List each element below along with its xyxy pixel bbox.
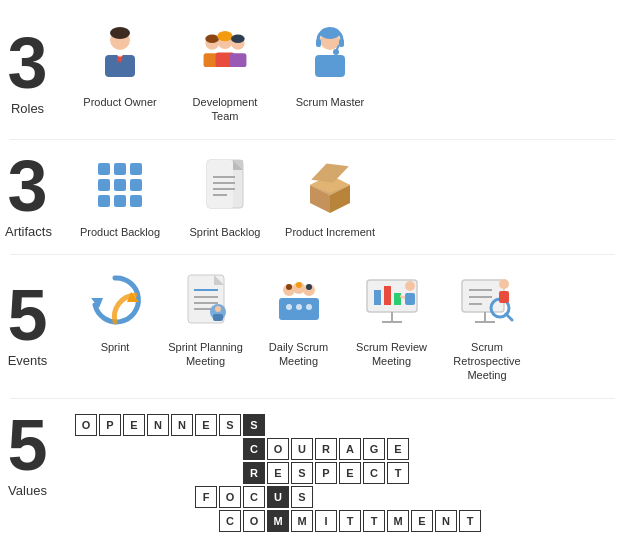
roles-label: Roles xyxy=(5,101,50,116)
svg-point-71 xyxy=(405,281,415,291)
events-content: Sprint xyxy=(55,265,625,383)
cw-cell: R xyxy=(315,438,337,460)
page: 3 Roles xyxy=(0,0,625,552)
product-backlog-icon xyxy=(85,150,155,220)
svg-rect-24 xyxy=(130,163,142,175)
roles-section: 3 Roles xyxy=(0,10,625,134)
roles-number: 3 xyxy=(5,27,50,99)
svg-rect-18 xyxy=(339,39,344,47)
svg-point-53 xyxy=(215,306,221,312)
svg-rect-27 xyxy=(130,179,142,191)
scrum-retro-icon xyxy=(452,265,522,335)
cw-spacer xyxy=(195,438,217,460)
crossword-grid: O P E N N E S S xyxy=(75,414,625,532)
svg-rect-22 xyxy=(98,163,110,175)
cw-cell: G xyxy=(363,438,385,460)
crossword-content: O P E N N E S S xyxy=(55,409,625,532)
cw-cell: U xyxy=(291,438,313,460)
cw-spacer xyxy=(171,462,193,484)
cw-cell-highlight: R xyxy=(243,462,265,484)
cw-cell: A xyxy=(339,438,361,460)
cw-cell: C xyxy=(363,462,385,484)
svg-rect-83 xyxy=(499,291,509,303)
sprint-planning-icon xyxy=(171,265,241,335)
svg-rect-21 xyxy=(315,55,345,77)
svg-rect-23 xyxy=(114,163,126,175)
cw-row-openness: O P E N N E S S xyxy=(75,414,625,436)
cw-cell: S xyxy=(291,462,313,484)
events-label-group: 5 Events xyxy=(0,279,55,368)
values-label: Values xyxy=(5,483,50,498)
artifacts-label-group: 3 Artifacts xyxy=(0,150,55,239)
cw-spacer xyxy=(123,438,145,460)
cw-cell: T xyxy=(339,510,361,532)
artifacts-number: 3 xyxy=(5,150,50,222)
svg-rect-72 xyxy=(405,293,415,305)
roles-content: Product Owner xyxy=(55,20,625,124)
cw-spacer xyxy=(171,510,193,532)
cw-cell: S xyxy=(219,414,241,436)
cw-cell: I xyxy=(315,510,337,532)
scrum-review-label: Scrum Review Meeting xyxy=(349,340,434,369)
cw-cell: N xyxy=(147,414,169,436)
cw-spacer xyxy=(99,486,121,508)
cw-cell-highlight: S xyxy=(243,414,265,436)
cw-spacer xyxy=(219,438,241,460)
cw-spacer xyxy=(147,438,169,460)
svg-point-13 xyxy=(217,31,232,41)
svg-rect-11 xyxy=(229,53,246,67)
cw-cell: O xyxy=(75,414,97,436)
cw-row-focus: F O C U S xyxy=(75,486,625,508)
svg-point-61 xyxy=(306,284,312,290)
cw-spacer xyxy=(123,486,145,508)
cw-cell: M xyxy=(291,510,313,532)
item-product-owner: Product Owner xyxy=(75,20,165,109)
cw-spacer xyxy=(123,510,145,532)
daily-scrum-label: Daily Scrum Meeting xyxy=(256,340,341,369)
item-daily-scrum: Daily Scrum Meeting xyxy=(256,265,341,369)
values-label-group: 5 Values xyxy=(0,409,55,498)
svg-rect-28 xyxy=(98,195,110,207)
scrum-retro-label: Scrum Retrospective Meeting xyxy=(442,340,532,383)
sprint-label: Sprint xyxy=(101,340,130,354)
scrum-review-icon xyxy=(357,265,427,335)
cw-cell: N xyxy=(435,510,457,532)
item-scrum-master: Scrum Master xyxy=(285,20,375,109)
cw-spacer xyxy=(171,438,193,460)
cw-spacer xyxy=(147,510,169,532)
item-sprint: Sprint xyxy=(75,265,155,354)
cw-cell: E xyxy=(123,414,145,436)
sprint-icon xyxy=(80,265,150,335)
daily-scrum-icon xyxy=(264,265,334,335)
cw-spacer xyxy=(195,462,217,484)
svg-point-1 xyxy=(110,27,130,39)
svg-line-81 xyxy=(506,314,512,320)
cw-cell: S xyxy=(291,486,313,508)
svg-rect-30 xyxy=(130,195,142,207)
cw-cell: M xyxy=(387,510,409,532)
item-product-backlog: Product Backlog xyxy=(75,150,165,239)
roles-label-group: 3 Roles xyxy=(0,27,55,116)
cw-cell: C xyxy=(243,486,265,508)
cw-spacer xyxy=(75,462,97,484)
svg-rect-29 xyxy=(114,195,126,207)
cw-cell: E xyxy=(411,510,433,532)
cw-cell: E xyxy=(267,462,289,484)
item-scrum-review: Scrum Review Meeting xyxy=(349,265,434,369)
cw-cell: O xyxy=(243,510,265,532)
svg-point-59 xyxy=(286,284,292,290)
sprint-planning-label: Sprint Planning Meeting xyxy=(163,340,248,369)
cw-cell: E xyxy=(387,438,409,460)
cw-cell: C xyxy=(219,510,241,532)
svg-rect-69 xyxy=(384,286,391,305)
item-scrum-retro: Scrum Retrospective Meeting xyxy=(442,265,532,383)
cw-spacer xyxy=(147,486,169,508)
scrum-master-icon xyxy=(295,20,365,90)
svg-point-60 xyxy=(296,282,302,288)
cw-spacer xyxy=(99,438,121,460)
item-development-team: Development Team xyxy=(180,20,270,124)
cw-spacer xyxy=(99,510,121,532)
product-increment-icon xyxy=(295,150,365,220)
cw-cell: T xyxy=(459,510,481,532)
cw-spacer xyxy=(99,462,121,484)
